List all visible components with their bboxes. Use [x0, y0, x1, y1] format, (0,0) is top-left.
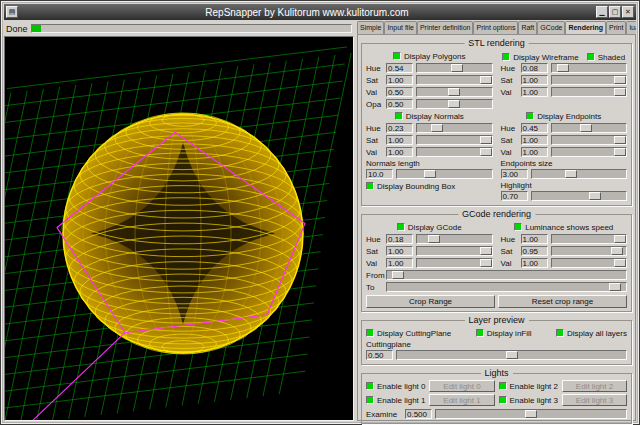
- checkbox-enable-light-0[interactable]: Enable light 0: [366, 382, 425, 391]
- slider-entry[interactable]: 1.00: [521, 87, 548, 97]
- slider-thumb[interactable]: [525, 410, 537, 418]
- button-edit-light-2[interactable]: Edit light 2: [562, 380, 627, 392]
- examine-entry[interactable]: 0.500: [405, 409, 432, 419]
- normals-length-entry[interactable]: 10.0: [366, 169, 393, 179]
- slider-thumb[interactable]: [565, 170, 577, 178]
- slider-thumb[interactable]: [580, 124, 592, 132]
- slider-thumb[interactable]: [614, 88, 626, 96]
- reset-crop-range-button[interactable]: Reset crop range: [498, 295, 627, 308]
- slider-thumb[interactable]: [557, 64, 569, 72]
- checkbox-display-wireframe[interactable]: Display Wireframe: [502, 53, 578, 62]
- slider-hue[interactable]: [416, 234, 493, 244]
- endpoints-size-slider[interactable]: [531, 169, 628, 179]
- titlebar[interactable]: ▤ RepSnapper by Kulitorum www.kulitorum.…: [4, 4, 636, 20]
- cuttingplane-entry[interactable]: 0.50: [366, 350, 393, 360]
- tab-raft[interactable]: Raft: [518, 21, 537, 34]
- slider-entry[interactable]: 1.00: [386, 147, 413, 157]
- slider-thumb[interactable]: [424, 170, 436, 178]
- slider-thumb[interactable]: [609, 283, 621, 291]
- slider-entry[interactable]: 1.00: [521, 135, 548, 145]
- checkbox-enable-light-1[interactable]: Enable light 1: [366, 396, 425, 405]
- slider-entry[interactable]: 1.00: [521, 75, 548, 85]
- slider-entry[interactable]: 0.54: [386, 63, 413, 73]
- slider-entry[interactable]: 0.08: [521, 63, 548, 73]
- slider-thumb[interactable]: [451, 64, 463, 72]
- slider-entry[interactable]: 1.00: [386, 135, 413, 145]
- slider-entry[interactable]: 0.50: [386, 99, 413, 109]
- slider-val[interactable]: [551, 258, 628, 268]
- slider-thumb[interactable]: [480, 76, 492, 84]
- tab-lua[interactable]: lua: [626, 21, 636, 34]
- slider-thumb[interactable]: [614, 136, 626, 144]
- slider-opa[interactable]: [416, 99, 493, 109]
- checkbox-display-cuttingplane[interactable]: Display CuttingPlane: [366, 329, 451, 338]
- slider-thumb[interactable]: [448, 88, 460, 96]
- slider-sat[interactable]: [416, 75, 493, 85]
- to-slider[interactable]: [386, 282, 627, 292]
- tab-gcode[interactable]: GCode: [537, 21, 565, 34]
- slider-entry[interactable]: 1.00: [386, 75, 413, 85]
- slider-thumb[interactable]: [448, 100, 460, 108]
- slider-thumb[interactable]: [480, 247, 492, 255]
- slider-sat[interactable]: [551, 135, 628, 145]
- slider-val[interactable]: [416, 258, 493, 268]
- slider-entry[interactable]: 0.18: [386, 234, 413, 244]
- viewport-3d[interactable]: [4, 36, 354, 421]
- checkbox-enable-light-2[interactable]: Enable light 2: [499, 382, 558, 391]
- slider-sat[interactable]: [551, 75, 628, 85]
- crop-range-button[interactable]: Crop Range: [366, 295, 495, 308]
- slider-thumb[interactable]: [611, 247, 623, 255]
- slider-thumb[interactable]: [589, 192, 601, 200]
- slider-entry[interactable]: 1.00: [521, 147, 548, 157]
- checkbox-display-infill[interactable]: Display inFill: [476, 329, 532, 338]
- maximize-icon[interactable]: ▢: [609, 6, 621, 18]
- tab-print[interactable]: Print: [606, 21, 626, 34]
- examine-slider[interactable]: [435, 409, 627, 419]
- slider-thumb[interactable]: [480, 148, 492, 156]
- checkbox-enable-light-3[interactable]: Enable light 3: [499, 396, 558, 405]
- normals-length-slider[interactable]: [396, 169, 493, 179]
- slider-thumb[interactable]: [614, 148, 626, 156]
- slider-thumb[interactable]: [392, 271, 404, 279]
- cuttingplane-slider[interactable]: [396, 350, 627, 360]
- slider-hue[interactable]: [551, 234, 628, 244]
- slider-thumb[interactable]: [480, 259, 492, 267]
- slider-thumb[interactable]: [614, 76, 626, 84]
- tab-rendering[interactable]: Rendering: [565, 21, 606, 34]
- slider-thumb[interactable]: [614, 235, 626, 243]
- slider-entry[interactable]: 0.45: [521, 123, 548, 133]
- slider-val[interactable]: [551, 147, 628, 157]
- tab-input-file[interactable]: Input file: [384, 21, 416, 34]
- slider-entry[interactable]: 1.00: [386, 258, 413, 268]
- checkbox-display-endpoints[interactable]: Display Endpoints: [526, 112, 601, 121]
- slider-hue[interactable]: [416, 123, 493, 133]
- highlight-slider[interactable]: [531, 191, 628, 201]
- slider-val[interactable]: [416, 147, 493, 157]
- button-edit-light-3[interactable]: Edit light 3: [562, 394, 627, 406]
- slider-sat[interactable]: [416, 246, 493, 256]
- slider-thumb[interactable]: [506, 351, 518, 359]
- slider-val[interactable]: [416, 87, 493, 97]
- checkbox-display-bounding-box[interactable]: Display Bounding Box: [366, 182, 455, 191]
- slider-hue[interactable]: [416, 63, 493, 73]
- checkbox-shaded[interactable]: Shaded: [587, 53, 626, 62]
- slider-entry[interactable]: 1.00: [521, 234, 548, 244]
- slider-hue[interactable]: [551, 63, 628, 73]
- button-edit-light-1[interactable]: Edit light 1: [429, 394, 494, 406]
- checkbox-display-all-layers[interactable]: Display all layers: [556, 329, 627, 338]
- slider-thumb[interactable]: [428, 235, 440, 243]
- slider-sat[interactable]: [551, 246, 628, 256]
- checkbox-display-gcode[interactable]: Display GCode: [397, 223, 462, 232]
- slider-thumb[interactable]: [614, 259, 626, 267]
- highlight-entry[interactable]: 0.70: [501, 191, 528, 201]
- slider-sat[interactable]: [416, 135, 493, 145]
- slider-entry[interactable]: 1.00: [386, 246, 413, 256]
- slider-entry[interactable]: 0.50: [386, 87, 413, 97]
- checkbox-display-normals[interactable]: Display Normals: [395, 112, 464, 121]
- slider-val[interactable]: [551, 87, 628, 97]
- slider-entry[interactable]: 0.95: [521, 246, 548, 256]
- minimize-icon[interactable]: ▁: [596, 6, 608, 18]
- slider-entry[interactable]: 1.00: [521, 258, 548, 268]
- slider-hue[interactable]: [551, 123, 628, 133]
- slider-thumb[interactable]: [431, 124, 443, 132]
